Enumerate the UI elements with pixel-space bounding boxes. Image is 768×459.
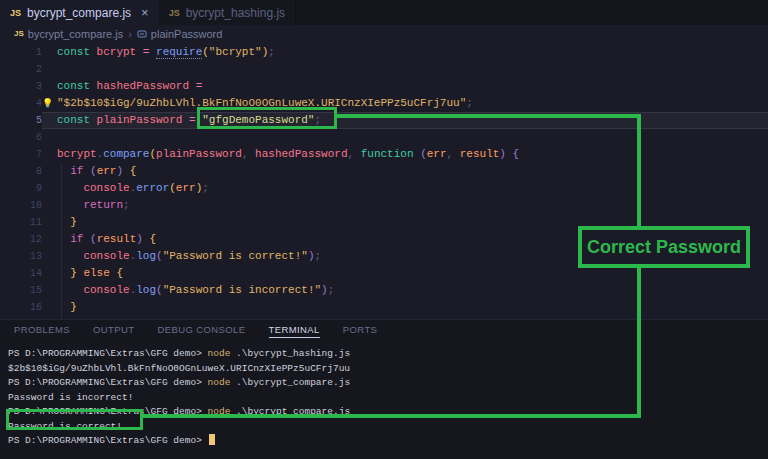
terminal-line: Password is correct! (0, 420, 768, 435)
terminal-text: .\bycrypt_compare.js (230, 377, 350, 388)
code-line: 11 } (0, 214, 768, 231)
code-text: if (result) { (42, 231, 768, 248)
panel-tab-problems[interactable]: PROBLEMS (14, 324, 70, 337)
tab-label: bycrypt_compare.js (27, 6, 131, 20)
line-number: 1 (0, 44, 42, 61)
code-token: ) (136, 233, 143, 245)
code-token: console (83, 250, 129, 262)
bottom-panel: PROBLEMSOUTPUTDEBUG CONSOLETERMINALPORTS… (0, 319, 768, 459)
code-text: console.log("Password is incorrect!"); (42, 282, 768, 299)
breadcrumb-symbol[interactable]: plainPassword (151, 28, 223, 40)
code-token: const (57, 46, 97, 58)
code-token (57, 199, 83, 211)
terminal-text: PS D:\PROGRAMMING\Extras\GFG demo> (8, 435, 208, 446)
code-token (57, 301, 70, 313)
breadcrumb-file[interactable]: bycrypt_compare.js (28, 28, 123, 40)
code-line: 1const bcrypt = require("bcrypt"); (0, 44, 768, 61)
tab-bycrypt-compare[interactable]: JS bycrypt_compare.js × (0, 0, 159, 25)
terminal-line: PS D:\PROGRAMMING\Extras\GFG demo> node … (0, 405, 768, 420)
code-line: 14 } else { (0, 265, 768, 282)
code-token: } (70, 301, 77, 313)
code-token: { (513, 148, 520, 160)
lightbulb-icon[interactable]: 💡 (42, 96, 53, 111)
terminal-text: PS D:\PROGRAMMING\Extras\GFG demo> (8, 377, 208, 388)
code-line: 13 console.log("Password is correct!"); (0, 248, 768, 265)
code-token: ; (315, 250, 322, 262)
line-number: 12 (0, 231, 42, 248)
terminal-text: PS D:\PROGRAMMING\Extras\GFG demo> (8, 348, 208, 359)
code-token: "Password is correct!" (163, 250, 308, 262)
line-number: 3 (0, 78, 42, 95)
panel-tab-bar: PROBLEMSOUTPUTDEBUG CONSOLETERMINALPORTS (0, 320, 768, 341)
code-token: { (149, 233, 156, 245)
code-line: 16 } (0, 299, 768, 316)
panel-tab-ports[interactable]: PORTS (343, 324, 378, 337)
code-line: 3const hashedPassword = (0, 78, 768, 95)
code-token: require (156, 46, 202, 59)
code-token (506, 148, 513, 160)
code-token (57, 233, 70, 245)
code-line: 6 (0, 129, 768, 146)
code-token: if (70, 165, 83, 177)
code-line: 9 console.error(err); (0, 180, 768, 197)
line-number: 8 (0, 163, 42, 180)
code-text (42, 61, 768, 78)
code-token (57, 182, 83, 194)
js-file-icon: JS (14, 29, 24, 38)
code-token: ( (169, 182, 176, 194)
code-token: "$2b$10$iGg/9uZhbLVhl.BkFnfNoO0OGnLuweX.… (57, 97, 466, 109)
line-number: 9 (0, 180, 42, 197)
line-number: 16 (0, 299, 42, 316)
terminal-line: PS D:\PROGRAMMING\Extras\GFG demo> node … (0, 347, 768, 362)
code-token: if (70, 233, 83, 245)
code-token: plainPassword (97, 114, 183, 126)
code-text: return; (42, 197, 768, 214)
code-token: ( (156, 250, 163, 262)
code-token: ; (202, 182, 209, 194)
code-token: ; (123, 199, 130, 211)
panel-tab-terminal[interactable]: TERMINAL (269, 324, 320, 338)
code-token: ) (308, 250, 315, 262)
line-number: 2 (0, 61, 42, 78)
code-token: hashedPassword (255, 148, 347, 160)
code-token: bcrypt (57, 148, 97, 160)
code-token: = (136, 46, 156, 58)
code-token: ( (156, 284, 163, 296)
terminal-text: Password is correct! (8, 421, 122, 432)
symbol-variable-icon (137, 29, 147, 39)
code-text: } else { (42, 265, 768, 282)
code-token: ( (202, 46, 209, 58)
code-text: bcrypt.compare(plainPassword, hashedPass… (42, 146, 768, 163)
code-token: hashedPassword (97, 80, 189, 92)
tab-label: bycrypt_hashing.js (186, 6, 285, 20)
code-line: 8 if (err) { (0, 163, 768, 180)
code-token: = (189, 80, 202, 92)
code-token: } (70, 216, 77, 228)
code-token: , (348, 148, 361, 160)
js-file-icon: JS (10, 8, 21, 18)
code-token: ; (314, 114, 321, 126)
terminal-line: PS D:\PROGRAMMING\Extras\GFG demo> (0, 434, 768, 449)
code-token: result (460, 148, 500, 160)
breadcrumb: JS bycrypt_compare.js › plainPassword (0, 25, 768, 42)
code-line: 5const plainPassword = "gfgDemoPassword"… (0, 112, 768, 129)
close-icon[interactable]: × (141, 6, 149, 19)
code-token (57, 267, 70, 279)
code-token: err (176, 182, 196, 194)
code-editor[interactable]: 1const bcrypt = require("bcrypt");23cons… (0, 42, 768, 319)
code-token: result (97, 233, 137, 245)
terminal-line: PS D:\PROGRAMMING\Extras\GFG demo> node … (0, 376, 768, 391)
code-token: = (182, 114, 202, 126)
panel-tab-output[interactable]: OUTPUT (93, 324, 134, 337)
line-number: 11 (0, 214, 42, 231)
terminal-line: Password is incorrect! (0, 391, 768, 406)
panel-tab-debug-console[interactable]: DEBUG CONSOLE (157, 324, 245, 337)
line-number: 13 (0, 248, 42, 265)
terminal[interactable]: PS D:\PROGRAMMING\Extras\GFG demo> node … (0, 347, 768, 449)
tab-bycrypt-hashing[interactable]: JS bycrypt_hashing.js (159, 0, 296, 25)
code-line: 15 console.log("Password is incorrect!")… (0, 282, 768, 299)
code-token: ; (328, 284, 335, 296)
code-token: console (83, 284, 129, 296)
terminal-text: .\bycrypt_hashing.js (230, 348, 350, 359)
code-token (57, 284, 83, 296)
